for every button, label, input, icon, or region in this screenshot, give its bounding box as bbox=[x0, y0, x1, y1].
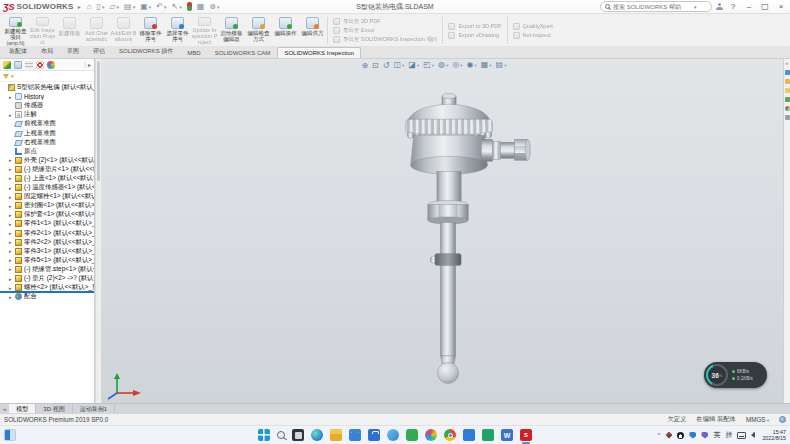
tree-item[interactable]: ▸ (-) 温度传感器<1> (默认<<默认>_ bbox=[0, 183, 94, 192]
tree-item[interactable]: ▸ (-) 垫片 (2)<2> ->? (默认<<默认> bbox=[0, 274, 94, 283]
edge-icon[interactable] bbox=[311, 429, 323, 441]
ribbon-tab[interactable]: 草图 bbox=[60, 44, 86, 58]
apply-scene-icon[interactable]: ▦ bbox=[481, 60, 492, 71]
view-orientation-icon[interactable]: ◰ bbox=[423, 60, 434, 71]
export-button[interactable]: 导出至 Excel bbox=[333, 27, 437, 34]
performance-traffic-light-icon[interactable] bbox=[187, 2, 192, 11]
ribbon-button[interactable]: 编辑检查方式 bbox=[245, 15, 272, 46]
design-library-icon[interactable] bbox=[785, 79, 790, 84]
help-search-box[interactable]: ▾ bbox=[600, 1, 712, 12]
tree-item[interactable]: ▸ (-) 绝缘管.step<1> (默认<<默认> bbox=[0, 265, 94, 274]
task-view-button[interactable] bbox=[292, 429, 304, 441]
tree-item[interactable]: ▸ 零件2<1> (默认<<默认>_显示状态 bbox=[0, 229, 94, 238]
store-icon[interactable] bbox=[368, 429, 380, 441]
ribbon-tab[interactable]: 评估 bbox=[86, 44, 112, 58]
volume-icon[interactable] bbox=[751, 432, 755, 438]
search-button[interactable] bbox=[277, 431, 285, 439]
weather-app-icon[interactable] bbox=[387, 429, 399, 441]
new-file-icon[interactable]: ▯ bbox=[96, 2, 104, 12]
previous-view-icon[interactable]: ↺ bbox=[383, 61, 390, 71]
tree-item[interactable]: ▸ (-) 绝缘垫片<1> (默认<<默认>_显 bbox=[0, 165, 94, 174]
export-button[interactable]: 导出至 2D PDF bbox=[333, 18, 437, 25]
ribbon-button[interactable]: Update Inspection Project bbox=[191, 15, 218, 46]
qq-icon[interactable] bbox=[677, 432, 684, 439]
ribbon-button[interactable]: Edit Inspection Project bbox=[29, 15, 56, 46]
hide-show-items-icon[interactable]: ◎ bbox=[452, 60, 462, 71]
tree-item[interactable]: 上视基准面 bbox=[0, 128, 94, 137]
ribbon-button[interactable]: Add/Edit Balloons bbox=[110, 15, 137, 46]
menu-flyout-arrow[interactable]: ▸ bbox=[78, 3, 81, 10]
ribbon-tab[interactable]: SOLIDWORKS Inspection bbox=[277, 47, 361, 58]
search-dropdown-icon[interactable]: ▾ bbox=[694, 4, 697, 10]
start-button[interactable] bbox=[258, 429, 270, 441]
document-tab[interactable]: 3D 视图 bbox=[36, 404, 72, 413]
export-button[interactable]: Export to 3D PDF bbox=[448, 23, 501, 30]
tree-item[interactable]: ▸ History bbox=[0, 92, 94, 101]
custom-properties-icon[interactable] bbox=[785, 115, 790, 120]
panel-tab-overflow-icon[interactable]: ⋮▸ bbox=[82, 61, 91, 68]
tree-item[interactable]: ▸ 零件2<2> (默认<<默认>_显示状态 bbox=[0, 238, 94, 247]
antivirus-shield-icon[interactable] bbox=[701, 432, 708, 439]
tree-item[interactable]: ▸ 零件1<1> (默认<<默认>_显示状态= bbox=[0, 219, 94, 228]
search-input[interactable] bbox=[613, 4, 691, 10]
export-button[interactable]: Net-Inspect bbox=[513, 32, 553, 39]
task-pane-expand-icon[interactable]: « bbox=[786, 61, 789, 66]
status-globe-icon[interactable] bbox=[779, 416, 786, 423]
tree-item[interactable]: 前视基准面 bbox=[0, 119, 94, 128]
undo-icon[interactable]: ↶ bbox=[156, 2, 166, 12]
view-settings-icon[interactable]: ▤ bbox=[496, 60, 507, 71]
view-palette-icon[interactable] bbox=[785, 97, 790, 102]
graphics-area[interactable]: ⊕ ⊡ ↺ ◫ ◪ ◰ ◍ ◎ ◉ ▦ ▤ bbox=[101, 59, 790, 403]
export-button[interactable]: 导出至 SOLIDWORKS Inspection 项目 bbox=[333, 36, 437, 43]
export-button[interactable]: QualityXpert bbox=[513, 23, 553, 30]
dynamic-annotation-icon[interactable]: ◪ bbox=[408, 60, 419, 71]
tree-item[interactable]: ▸ 密封圈<1> (默认<<默认>_显示状 bbox=[0, 201, 94, 210]
solidworks-app-icon[interactable]: S bbox=[520, 429, 532, 441]
minimize-button[interactable]: – bbox=[743, 1, 755, 13]
unit-system-selector[interactable]: MMGS bbox=[746, 416, 769, 423]
tree-rollback-bar[interactable] bbox=[0, 291, 94, 293]
ribbon-button[interactable]: 选择零件序号 bbox=[164, 15, 191, 46]
hidden-icons-chevron[interactable]: ^ bbox=[658, 431, 661, 439]
displaymanager-tab-icon[interactable] bbox=[47, 61, 55, 69]
ribbon-tab[interactable]: SOLIDWORKS CAM bbox=[208, 47, 278, 58]
home-icon[interactable]: ⌂ bbox=[87, 2, 92, 12]
tree-item[interactable]: 右视基准面 bbox=[0, 138, 94, 147]
touch-keyboard-icon[interactable] bbox=[737, 432, 746, 439]
widgets-button[interactable] bbox=[4, 429, 16, 441]
ribbon-button[interactable]: 新建检查项目 (amp;N) bbox=[2, 15, 29, 46]
media-app-icon[interactable] bbox=[425, 429, 437, 441]
ime-mode-indicator[interactable]: 拼 bbox=[725, 430, 732, 440]
display-style-icon[interactable]: ◍ bbox=[438, 60, 448, 71]
chrome-icon[interactable] bbox=[444, 429, 456, 441]
tree-item[interactable]: ▸ (-) 上盖<1> (默认<<默认>_显示状 bbox=[0, 174, 94, 183]
tree-item[interactable]: ▸ 配合 bbox=[0, 292, 94, 301]
document-tab[interactable]: 模型 bbox=[9, 404, 36, 413]
tree-item[interactable]: ▸ 零件3<1> (默认<<默认>_显示状态 bbox=[0, 247, 94, 256]
tab-scroll-arrows[interactable]: « bbox=[0, 404, 9, 413]
wps-writer-icon[interactable]: W bbox=[501, 429, 513, 441]
appearances-icon[interactable] bbox=[785, 106, 790, 111]
restore-button[interactable]: ▢ bbox=[759, 1, 771, 13]
ribbon-button[interactable]: 新建模板 bbox=[56, 15, 83, 46]
tree-item[interactable]: ▸ 固定螺栓<1> (默认<<默认>_显示状 bbox=[0, 192, 94, 201]
taskbar-clock[interactable]: 15:47 2022/8/15 bbox=[762, 429, 786, 441]
options-icon[interactable]: ⊛ bbox=[209, 2, 219, 12]
close-button[interactable]: × bbox=[775, 1, 787, 13]
green-app-icon[interactable] bbox=[406, 429, 418, 441]
wps-icon[interactable] bbox=[482, 429, 494, 441]
mail-icon[interactable] bbox=[349, 429, 361, 441]
zoom-indicator-pill[interactable]: 36% 6KB/s 0.1KB/s bbox=[704, 362, 767, 388]
file-explorer-icon[interactable] bbox=[785, 88, 790, 93]
ribbon-button[interactable]: 启动模板编辑器 bbox=[218, 15, 245, 46]
zoom-to-fit-icon[interactable]: ⊕ bbox=[361, 61, 368, 71]
tray-app-red-icon[interactable] bbox=[665, 432, 672, 439]
security-shield-icon[interactable] bbox=[689, 432, 696, 439]
tree-item[interactable]: ▸ 外壳 (2)<1> (默认<<默认>_显示状 bbox=[0, 156, 94, 165]
tree-item[interactable]: S型铠装热电偶 (默认<默认_显示状态-1 bbox=[0, 83, 94, 92]
tree-item[interactable]: ▸ 保护套<1> (默认<<默认>_显示状 bbox=[0, 210, 94, 219]
export-button[interactable]: Export eDrawing bbox=[448, 32, 501, 39]
document-tab[interactable]: 运动算例1 bbox=[73, 404, 115, 413]
tree-scrollbar[interactable] bbox=[95, 59, 100, 403]
login-icon[interactable] bbox=[716, 3, 723, 10]
